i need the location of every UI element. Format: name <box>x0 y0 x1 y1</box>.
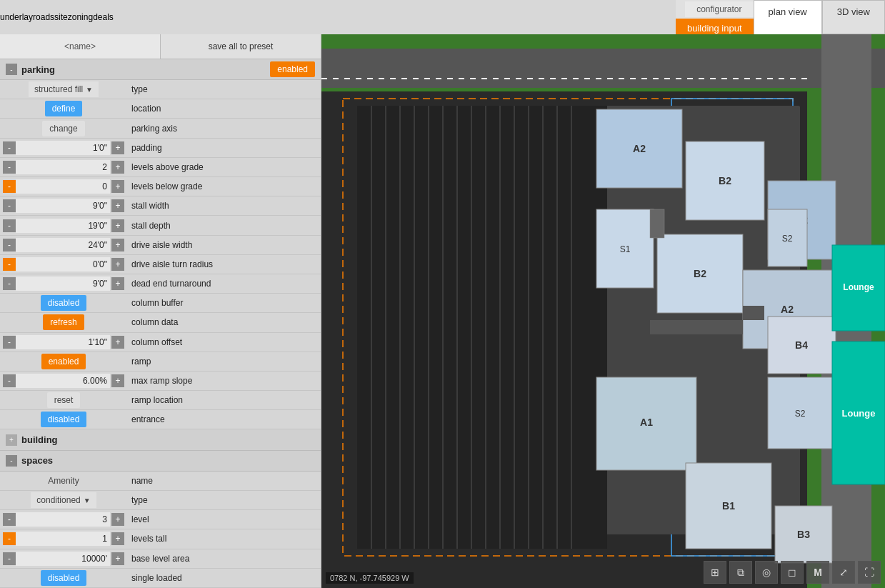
svg-text:B2: B2 <box>719 175 731 186</box>
spaces-toggle[interactable]: - <box>6 455 17 467</box>
column-buffer-label: column buffer <box>124 298 318 308</box>
parking-toggle[interactable]: - <box>6 64 17 75</box>
building-title: building <box>21 434 58 445</box>
stall-width-label: stall width <box>124 201 318 211</box>
ramp-location-row: reset ramp location <box>0 391 321 410</box>
level-plus-button[interactable]: + <box>111 513 124 526</box>
nav-site[interactable]: site <box>54 12 68 22</box>
svg-rect-3 <box>321 49 885 88</box>
levels-tall-minus-button[interactable]: - <box>3 532 16 545</box>
define-button[interactable]: define <box>45 101 83 116</box>
levels-above-minus-button[interactable]: - <box>3 161 16 174</box>
column-data-row: refresh column data <box>0 313 321 332</box>
levels-above-plus-button[interactable]: + <box>111 161 124 174</box>
stall-depth-plus-button[interactable]: + <box>111 219 124 232</box>
base-level-plus-button[interactable]: + <box>111 552 124 565</box>
turn-radius-value: 0'0" <box>16 257 110 271</box>
stall-depth-minus-button[interactable]: - <box>3 219 16 232</box>
map-area[interactable]: A2 B2 A2 S2 S1 B2 A2 <box>321 34 885 588</box>
column-buffer-button[interactable]: disabled <box>41 295 87 311</box>
svg-text:Lounge: Lounge <box>842 408 876 419</box>
svg-text:B2: B2 <box>694 268 706 279</box>
ramp-button[interactable]: enabled <box>41 354 86 369</box>
entrance-button[interactable]: disabled <box>41 412 87 427</box>
drive-aisle-plus-button[interactable]: + <box>111 239 124 251</box>
max-ramp-minus-button[interactable]: - <box>3 374 16 387</box>
stall-depth-label: stall depth <box>124 221 318 231</box>
svg-rect-56 <box>650 320 743 334</box>
dead-end-row: - 9'0" + dead end turnaround <box>0 274 321 294</box>
dead-end-minus-button[interactable]: - <box>3 277 16 290</box>
parking-axis-label: parking axis <box>124 124 318 134</box>
parking-title: parking <box>21 64 55 75</box>
svg-text:A1: A1 <box>640 417 653 428</box>
amenity-name-row: Amenity name <box>0 472 321 491</box>
layers-tool-button[interactable]: ⧉ <box>729 561 752 584</box>
drive-aisle-minus-button[interactable]: - <box>3 239 16 251</box>
nav-deals[interactable]: deals <box>93 12 114 22</box>
parking-section-header[interactable]: - parking enabled <box>0 59 321 80</box>
levels-below-plus-button[interactable]: + <box>111 180 124 193</box>
single-loaded-label: single loaded <box>124 573 318 583</box>
plan-view-tab[interactable]: plan view <box>754 0 822 34</box>
base-level-value: 10000' <box>16 552 110 566</box>
svg-text:B1: B1 <box>722 500 735 512</box>
svg-text:A2: A2 <box>633 143 646 154</box>
change-button[interactable]: change <box>42 121 84 136</box>
structured-fill-dropdown[interactable]: structured fill ▼ <box>29 81 99 97</box>
dead-end-value: 9'0" <box>16 276 110 291</box>
nav-underlay[interactable]: underlay <box>0 12 33 22</box>
dead-end-plus-button[interactable]: + <box>111 277 124 290</box>
turn-radius-minus-button[interactable]: - <box>3 258 16 271</box>
pin-tool-button[interactable]: ◎ <box>755 561 778 584</box>
column-data-button[interactable]: refresh <box>43 314 84 330</box>
parking-enabled-button[interactable]: enabled <box>270 61 315 77</box>
column-data-label: column data <box>124 317 318 327</box>
configurator-label[interactable]: configurator <box>685 1 753 17</box>
stall-width-plus-button[interactable]: + <box>111 199 124 212</box>
cube-tool-button[interactable]: ◻ <box>781 561 804 584</box>
padding-plus-button[interactable]: + <box>111 141 124 154</box>
ramp-location-label: ramp location <box>124 395 318 405</box>
max-ramp-value: 6.00% <box>16 374 110 388</box>
building-toggle[interactable]: + <box>6 434 17 446</box>
svg-text:Lounge: Lounge <box>843 282 874 292</box>
levels-below-minus-button[interactable]: - <box>3 180 16 193</box>
ramp-location-button[interactable]: reset <box>47 392 81 408</box>
3d-view-tab[interactable]: 3D view <box>822 0 885 34</box>
level-minus-button[interactable]: - <box>3 513 16 526</box>
column-offset-label: column offset <box>124 337 318 347</box>
grid-tool-button[interactable]: ⊞ <box>704 561 726 584</box>
drive-aisle-label: drive aisle width <box>124 240 318 250</box>
define-location-row: define location <box>0 99 321 119</box>
svg-rect-54 <box>650 209 664 238</box>
measure-tool-button[interactable]: M <box>806 561 829 584</box>
conditioned-type-row: conditioned ▼ type <box>0 491 321 510</box>
turn-radius-label: drive aisle turn radius <box>124 259 318 269</box>
arrows-tool-button[interactable]: ⤢ <box>832 561 855 584</box>
stall-depth-value: 19'0" <box>16 219 110 233</box>
column-offset-minus-button[interactable]: - <box>3 336 16 349</box>
map-toolbar: ⊞ ⧉ ◎ ◻ M ⤢ ⛶ <box>704 561 881 584</box>
padding-minus-button[interactable]: - <box>3 141 16 154</box>
building-section-header[interactable]: + building <box>0 429 321 450</box>
levels-above-value: 2 <box>16 160 110 174</box>
stall-width-row: - 9'0" + stall width <box>0 196 321 216</box>
expand-tool-button[interactable]: ⛶ <box>858 561 881 584</box>
preset-name-input[interactable]: <name> <box>0 34 161 59</box>
save-preset-button[interactable]: save all to preset <box>161 34 321 59</box>
levels-tall-row: - 1 + levels tall <box>0 529 321 549</box>
max-ramp-plus-button[interactable]: + <box>111 374 124 387</box>
levels-tall-plus-button[interactable]: + <box>111 532 124 545</box>
nav-roads[interactable]: roads <box>33 12 54 22</box>
stall-width-minus-button[interactable]: - <box>3 199 16 212</box>
turn-radius-plus-button[interactable]: + <box>111 258 124 271</box>
spaces-section-header[interactable]: - spaces <box>0 451 321 472</box>
nav-zoning[interactable]: zoning <box>68 12 93 22</box>
single-loaded-button[interactable]: disabled <box>41 570 87 586</box>
level-label: level <box>124 514 318 524</box>
column-offset-plus-button[interactable]: + <box>111 336 124 349</box>
base-level-minus-button[interactable]: - <box>3 552 16 565</box>
conditioned-dropdown[interactable]: conditioned ▼ <box>31 492 96 508</box>
column-offset-row: - 1'10" + column offset <box>0 333 321 352</box>
